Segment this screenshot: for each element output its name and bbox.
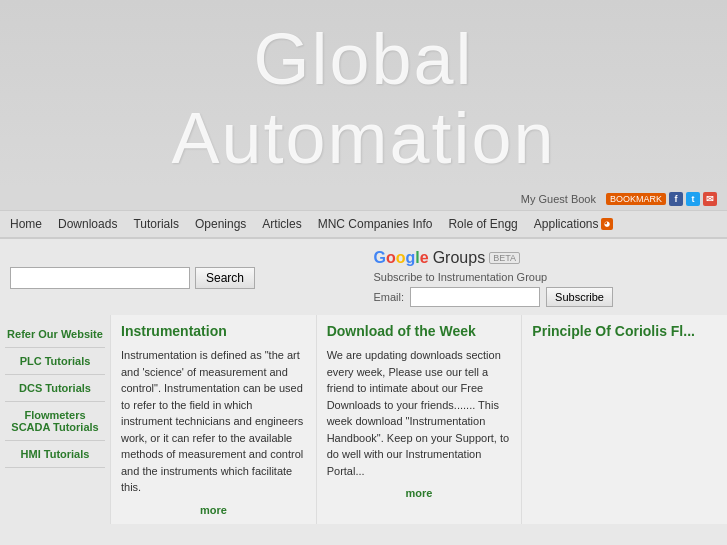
guest-book-link[interactable]: My Guest Book bbox=[521, 193, 596, 205]
download-week-more-link[interactable]: more bbox=[327, 487, 512, 499]
instrumentation-column: Instrumentation Instrumentation is defin… bbox=[110, 315, 316, 524]
bookmark-icon[interactable]: BOOKMARK bbox=[606, 193, 666, 205]
nav-role-of-engg[interactable]: Role of Engg bbox=[448, 217, 517, 231]
instrumentation-title: Instrumentation bbox=[121, 323, 306, 339]
nav-articles[interactable]: Articles bbox=[262, 217, 301, 231]
email-icon[interactable]: ✉ bbox=[703, 192, 717, 206]
main-content: Refer Our Website PLC Tutorials DCS Tuto… bbox=[0, 315, 727, 524]
nav-tutorials[interactable]: Tutorials bbox=[133, 217, 179, 231]
sidebar-divider bbox=[5, 374, 105, 375]
groups-email-row: Email: Subscribe bbox=[374, 287, 718, 307]
sidebar-divider bbox=[5, 440, 105, 441]
nav-openings[interactable]: Openings bbox=[195, 217, 246, 231]
sidebar-flowmeters-scada[interactable]: Flowmeters SCADA Tutorials bbox=[5, 404, 105, 438]
facebook-icon[interactable]: f bbox=[669, 192, 683, 206]
search-input[interactable] bbox=[10, 267, 190, 289]
bookmark-area: BOOKMARK f t ✉ bbox=[606, 192, 717, 206]
groups-subscribe-button[interactable]: Subscribe bbox=[546, 287, 613, 307]
site-title: Global Automation bbox=[0, 20, 727, 178]
sidebar-hmi-tutorials[interactable]: HMI Tutorials bbox=[5, 443, 105, 465]
sidebar-divider bbox=[5, 347, 105, 348]
nav-applications[interactable]: Applications bbox=[534, 217, 599, 231]
download-week-title: Download of the Week bbox=[327, 323, 512, 339]
download-week-body: We are updating downloads section every … bbox=[327, 347, 512, 479]
download-week-column: Download of the Week We are updating dow… bbox=[316, 315, 522, 524]
groups-label: Groups bbox=[433, 249, 485, 267]
twitter-icon[interactable]: t bbox=[686, 192, 700, 206]
nav-home[interactable]: Home bbox=[10, 217, 42, 231]
coriolis-title: Principle Of Coriolis Fl... bbox=[532, 323, 717, 339]
coriolis-column: Principle Of Coriolis Fl... bbox=[521, 315, 727, 524]
instrumentation-more-link[interactable]: more bbox=[121, 504, 306, 516]
groups-email-label: Email: bbox=[374, 291, 405, 303]
sidebar-divider bbox=[5, 401, 105, 402]
sidebar-dcs-tutorials[interactable]: DCS Tutorials bbox=[5, 377, 105, 399]
google-groups-area: Google Groups BETA Subscribe to Instrume… bbox=[374, 249, 718, 307]
groups-subscribe-text: Subscribe to Instrumentation Group bbox=[374, 271, 718, 283]
instrumentation-body: Instrumentation is defined as "the art a… bbox=[121, 347, 306, 496]
rss-icon: ◕ bbox=[601, 218, 613, 230]
sidebar: Refer Our Website PLC Tutorials DCS Tuto… bbox=[0, 315, 110, 524]
nav-downloads[interactable]: Downloads bbox=[58, 217, 117, 231]
nav-mnc-companies[interactable]: MNC Companies Info bbox=[318, 217, 433, 231]
sidebar-divider bbox=[5, 467, 105, 468]
google-logo: Google bbox=[374, 249, 429, 267]
sidebar-plc-tutorials[interactable]: PLC Tutorials bbox=[5, 350, 105, 372]
nav-applications-container: Applications ◕ bbox=[534, 217, 613, 231]
top-bar: My Guest Book BOOKMARK f t ✉ bbox=[0, 188, 727, 210]
google-groups-header: Google Groups BETA bbox=[374, 249, 718, 267]
content-columns: Instrumentation Instrumentation is defin… bbox=[110, 315, 727, 524]
site-header: Global Automation bbox=[0, 0, 727, 188]
groups-email-input[interactable] bbox=[410, 287, 540, 307]
groups-beta-badge: BETA bbox=[489, 252, 520, 264]
sidebar-refer-website[interactable]: Refer Our Website bbox=[5, 323, 105, 345]
navigation: Home Downloads Tutorials Openings Articl… bbox=[0, 210, 727, 238]
search-button[interactable]: Search bbox=[195, 267, 255, 289]
search-groups-bar: Search Google Groups BETA Subscribe to I… bbox=[0, 241, 727, 315]
search-area: Search bbox=[10, 267, 354, 289]
